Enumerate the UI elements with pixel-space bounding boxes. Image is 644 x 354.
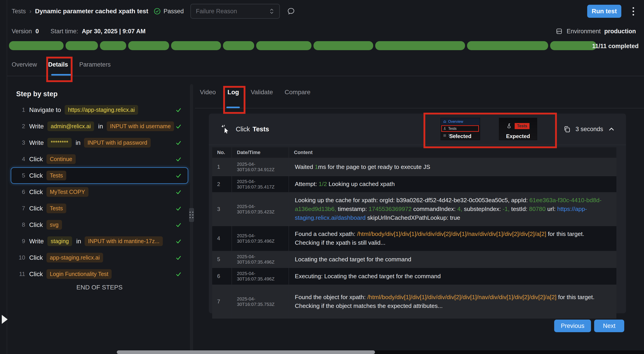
log-row-number: 1 [212,158,232,176]
tab-validate[interactable]: Validate [250,89,273,103]
step-success-check-icon [175,139,182,146]
step-number: 10 [16,254,25,261]
log-row-number: 4 [212,226,232,251]
step-success-check-icon [175,156,182,163]
step-number: 1 [16,106,25,113]
step-row[interactable]: 11ClickLogin Functionality Test [11,266,188,282]
step-target-badge: MyTest COPY [46,187,88,197]
step-number: 7 [16,205,25,212]
step-row[interactable]: 9WritestaginginINPUT with id mantine-17z… [11,233,188,249]
page-title: Dynamic parameter cached xpath test [35,8,148,15]
progress-segment [256,41,312,50]
log-row-content: Found the object for xpath: /html/body/d… [289,289,616,314]
progress-segment [550,41,596,50]
step-target-badge: INPUT with id mantine-17z... [85,236,163,246]
log-text-segment: Found a cached xpath: [295,231,357,237]
log-header-controls: 3 seconds [563,125,615,133]
environment-icon [555,28,563,35]
col-header-datetime: Date/Time [232,147,289,158]
step-action-word: Click [29,156,43,163]
tab-overview[interactable]: Overview [12,61,37,76]
step-action-word: in [76,238,81,245]
environment-value: production [604,28,636,35]
tab-video[interactable]: Video [200,89,216,103]
progress-segment [375,41,465,50]
step-row[interactable]: 7ClickTests [11,200,188,217]
detail-tab-bar: Video Log Validate Compare [200,89,310,103]
step-number: 9 [16,238,25,245]
next-button[interactable]: Next [594,320,624,332]
step-success-check-icon [175,107,182,113]
step-number: 6 [16,189,25,196]
step-row[interactable]: 6ClickMyTest COPY [11,184,188,200]
log-text-segment: 1 [315,163,318,170]
main-tab-bar: Overview Details Parameters [12,61,111,76]
log-text-segment: commandIndex: [412,206,457,212]
log-tab-underline [226,107,240,108]
step-action-word: Click [29,172,43,179]
test-run-page: Tests › Dynamic parameter cached xpath t… [0,0,644,354]
step-row[interactable]: 8Clicksvg [11,217,188,233]
environment-info: Environment production [555,28,636,35]
log-row-content: Attempt: 1/2 Looking up cached xpath [289,176,616,192]
log-text-segment: url: [546,206,557,212]
breadcrumb[interactable]: Tests [12,8,26,15]
progress-segment [314,41,373,50]
tab-details[interactable]: Details [48,61,68,76]
copy-icon[interactable] [563,125,571,133]
log-text-segment: -1, [502,206,510,212]
selected-screenshot-thumbnail[interactable]: Overview Tests Suites Selected [440,118,480,140]
step-action-word: Click [29,189,43,196]
selected-thumbnail-caption: Selected [441,133,480,139]
step-success-check-icon [175,205,182,212]
step-success-check-icon [175,254,182,261]
run-test-button[interactable]: Run test [587,5,621,18]
step-row[interactable]: 10Clickapp-staging.relicx.ai [11,249,188,266]
step-value-badge: admin@relicx.ai [48,121,94,131]
log-action-word: Click [236,125,250,133]
log-row-timestamp: 2025-04-30T16:07:35.753Z [232,285,289,318]
step-action-word: Write [29,139,44,146]
step-row[interactable]: 5ClickTests [11,167,188,184]
tab-parameters[interactable]: Parameters [79,61,111,76]
progress-bar [9,41,596,50]
log-xpath-value: /html/body/div[1]/div[1]/div/div/div[2]/… [357,231,546,237]
comment-icon[interactable] [286,7,296,16]
log-row: 72025-04-30T16:07:35.753ZFound the objec… [212,285,616,318]
progress-segment [9,41,64,50]
log-text-segment: Found the object for xpath: [295,294,367,300]
expected-thumbnail-caption: Expected [499,133,537,139]
failure-reason-select[interactable]: Failure Reason [190,4,280,19]
step-row[interactable]: 2Writeadmin@relicx.aiinINPUT with id use… [11,118,188,134]
detail-tabs-divider [195,108,644,108]
step-row[interactable]: 4ClickContinue [11,151,188,167]
tab-compare[interactable]: Compare [285,89,310,103]
step-target-badge: INPUT with id username [107,121,174,131]
log-text-segment: timestamp: [336,206,368,212]
step-target-badge: Login Functionality Test [46,269,112,279]
flask-icon [506,123,512,129]
log-row: 62025-04-30T16:07:35.496ZExecuting: Loca… [212,268,616,285]
step-number: 2 [16,123,25,130]
panel-resize-handle[interactable] [189,208,194,222]
step-row[interactable]: 3Write********inINPUT with id password [11,134,188,151]
log-row-timestamp: 2025-04-30T16:07:35.496Z [232,226,289,251]
steps-panel-title: Step by step [16,90,58,98]
tab-log[interactable]: Log [228,89,239,103]
collapse-chevron-icon[interactable] [608,125,615,133]
step-action-word: Click [29,205,43,212]
log-row-content: Waited 1ms for the page to get ready to … [289,159,616,175]
log-text-segment: Looking up the cache for xpath: orgId: b… [295,197,530,204]
step-duration: 3 seconds [576,126,603,133]
expand-panel-arrow-icon[interactable] [2,315,8,324]
expected-screenshot-thumbnail[interactable]: Tests Expected [499,118,537,140]
log-row-timestamp: 2025-04-30T16:07:34.912Z [232,158,289,176]
more-options-icon[interactable] [631,6,636,17]
log-text-segment: Locating the cached target for the comma… [295,256,411,263]
previous-button[interactable]: Previous [554,320,591,332]
horizontal-scrollbar-thumb[interactable] [117,350,375,354]
log-row: 52025-04-30T16:07:35.496ZLocating the ca… [212,251,616,268]
step-action-word: Write [29,123,44,130]
col-header-content: Content [289,147,616,158]
step-row[interactable]: 1Navigate tohttps://app-staging.relicx.a… [11,102,188,118]
